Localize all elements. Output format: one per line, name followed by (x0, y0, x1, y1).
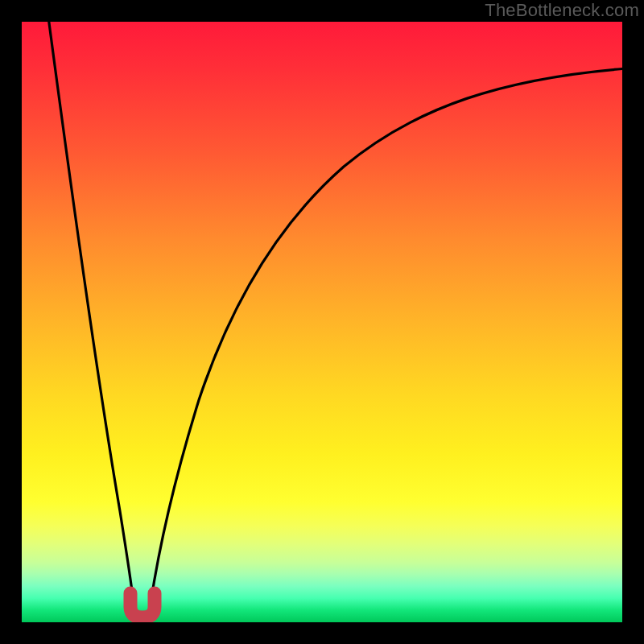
u-marker-icon (130, 593, 155, 617)
plot-area (22, 22, 622, 622)
curve-layer (22, 22, 622, 622)
watermark-text: TheBottleneck.com (485, 0, 639, 21)
chart-frame: TheBottleneck.com (0, 0, 644, 644)
curve-left-branch (48, 22, 134, 604)
curve-right-branch (151, 68, 622, 604)
